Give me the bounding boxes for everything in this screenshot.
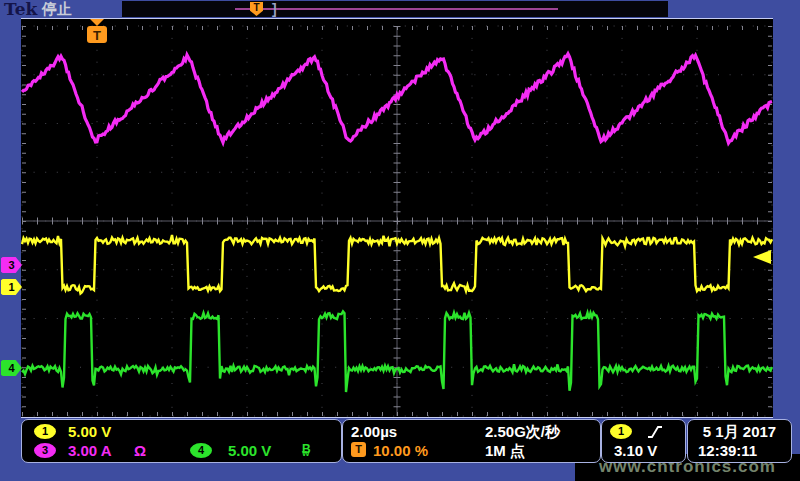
ch4-badge: 4 [190, 443, 212, 458]
time-readout: 12:39:11 [698, 442, 757, 459]
trigger-level-arrow [753, 250, 771, 264]
trigger-source-badge: 1 [610, 424, 632, 439]
timebase-readout: 2.00µs [351, 423, 397, 440]
acquisition-status: 停止 [42, 0, 72, 19]
channel-4-marker-label: 4 [8, 362, 14, 374]
graticule: T [21, 18, 773, 418]
ch4-scale: 5.00 V [228, 442, 271, 459]
trigger-position-readout: 10.00 % [373, 442, 428, 459]
channel-1-marker-label: 1 [8, 281, 14, 293]
trigger-level-readout: 3.10 V [614, 442, 657, 459]
rising-edge-icon [646, 424, 664, 440]
channel-3-marker-label: 3 [8, 259, 14, 271]
trigger-position-icon: T [351, 442, 366, 457]
record-waveform-preview [235, 8, 558, 10]
oscilloscope-screen: Tek 停止 T ] T 3 1 4 1 5.00 V 3 3.00 A Ω 4… [0, 0, 800, 481]
ch1-badge: 1 [34, 424, 56, 439]
header-bar: Tek 停止 T ] [0, 0, 800, 18]
ch3-badge: 3 [34, 443, 56, 458]
datetime-panel: 5 1月 2017 12:39:11 [687, 419, 792, 463]
waveform-display: T [21, 19, 773, 417]
channel-1-position-marker: 1 [1, 279, 22, 295]
record-length-readout: 1M 点 [485, 442, 525, 461]
record-trigger-position-icon: T [250, 2, 263, 16]
ch3-coupling-ohm: Ω [134, 442, 146, 459]
channel-3-position-marker: 3 [1, 257, 22, 273]
date-readout: 5 1月 2017 [688, 423, 791, 442]
record-window-bracket: ] [272, 1, 277, 17]
sample-rate-readout: 2.50G次/秒 [485, 423, 560, 442]
ch3-scale: 3.00 A [68, 442, 112, 459]
ch1-scale: 5.00 V [68, 423, 111, 440]
channels-readout-panel: 1 5.00 V 3 3.00 A Ω 4 5.00 V BW [21, 419, 342, 463]
channel-4-position-marker: 4 [1, 360, 22, 376]
record-view-bar: T ] [122, 1, 668, 17]
ch4-bandwidth-icon: BW [302, 442, 310, 458]
trigger-position-flag-arrow [90, 19, 104, 26]
tek-logo: Tek [4, 0, 37, 19]
trigger-readout-panel: 1 3.10 V [601, 419, 686, 463]
trigger-position-flag-label: T [93, 28, 101, 43]
horizontal-readout-panel: 2.00µs 2.50G次/秒 T 10.00 % 1M 点 [342, 419, 601, 463]
